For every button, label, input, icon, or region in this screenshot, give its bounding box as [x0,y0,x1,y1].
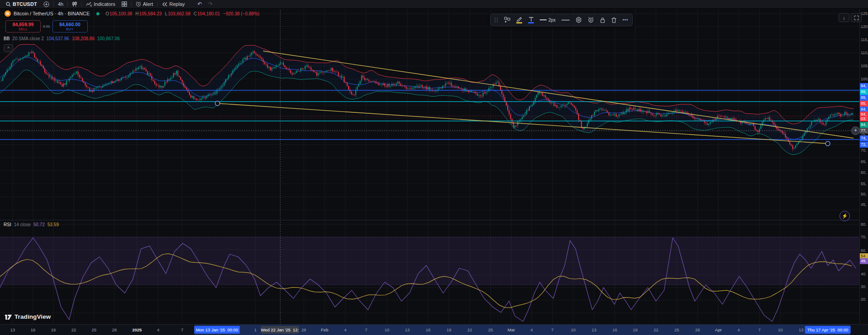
style-template-button[interactable] [504,17,510,23]
time-tick: 28 [112,325,117,335]
time-tick: 4 [157,325,159,335]
time-tick: 7 [551,325,553,335]
indicators-label: Indicators [94,1,115,7]
time-tick: 2025 [132,325,142,335]
time-scale[interactable]: 131619222528202547128Feb47101316192225Ma… [0,324,868,335]
logo-text: TradingView [14,313,51,320]
time-tick: 10 [778,325,783,335]
fullscreen-button[interactable] [851,13,862,22]
sell-button[interactable]: 84,659.99 SELL [5,20,41,33]
order-widget: 84,659.99 SELL 0.01 84,660.00 BUY [5,20,88,33]
time-tick: 13 [799,325,804,335]
time-tick: 10 [385,325,390,335]
low-label: L [165,11,168,16]
symbol-title[interactable]: Bitcoin / TetherUS · 4h · BINANCE [14,11,90,16]
search-icon [6,2,11,7]
price-scale[interactable]: 125,120,115,110,105,100,75,70,65,60,55,5… [859,8,868,324]
time-tick: 1 [254,325,256,335]
bitcoin-logo-icon: B [5,10,11,17]
chart-canvas [0,0,868,335]
ohlc-values: O105,100.38 H105,584.23 L103,662.58 C104… [106,11,259,16]
price-label: 70, [861,148,868,153]
tradingview-mark-icon [5,313,12,320]
spread-value: 0.01 [41,24,52,28]
price-badge: 89, [860,89,868,95]
price-label: 100, [861,77,868,81]
price-label: 70. [861,235,868,239]
time-tick: 4 [344,325,346,335]
price-label: 115, [861,37,868,42]
layout-grid-icon [122,1,127,7]
price-label: 110, [861,51,868,55]
replay-label: Replay [170,1,185,7]
indicators-button[interactable]: Indicators [83,0,118,8]
compare-add-button[interactable] [40,0,52,8]
replay-icon [162,2,168,7]
line-thickness-button[interactable]: 2px [540,18,556,23]
price-badge: 77, [860,128,868,134]
redo-button[interactable]: ↷ [205,0,216,8]
download-image-button[interactable]: ↓ [839,13,849,22]
settings-button[interactable] [576,17,582,23]
top-toolbar: BTCUSDT 4h Indicators Alert Replay [0,0,868,9]
close-value: 104,180.01 [198,11,220,16]
alert-button[interactable]: Alert [132,0,156,8]
interval-button[interactable]: 4h [55,0,66,8]
more-options-button[interactable]: ••• [623,18,628,22]
line-style-button[interactable] [561,19,570,21]
symbol-search-button[interactable]: BTCUSDT [3,0,40,8]
time-tick: 7 [758,325,760,335]
last-price-badge: 84,03: [860,112,868,121]
toolbar-separator [53,2,54,7]
chevron-up-icon: ^ [7,46,9,51]
pane-separator[interactable] [0,220,868,220]
chart-style-button[interactable] [69,0,80,8]
bb-name: BB [4,36,9,41]
delete-button[interactable] [611,17,617,23]
rsi-indicator-legend[interactable]: RSI 14 close 50.72 53.59 [4,222,59,227]
time-tick: 25 [92,325,97,335]
symbol-name: BTCUSDT [13,1,37,7]
legend-collapse-button[interactable]: ^ [4,44,13,52]
pencil-icon [516,17,522,22]
boost-button[interactable]: ⚡ [840,211,850,221]
time-tick: 13 [10,325,15,335]
bb-indicator-legend[interactable]: BB 20 SMA close 2 104,537.96 108,208.86 … [4,36,120,41]
tradingview-logo[interactable]: TradingView [5,313,51,320]
price-badge: 49. [860,258,868,264]
replay-button[interactable]: Replay [159,0,188,8]
rsi-params: 14 close [14,222,31,227]
ellipsis-icon: ••• [623,18,628,22]
line-color-button[interactable] [516,17,522,23]
bb-basis-value: 104,537.96 [47,36,69,41]
line-style-icon [561,19,570,21]
undo-button[interactable]: ↶ [194,0,205,8]
time-tick: 28 [695,325,700,335]
drawing-toolbar: 2px ••• [490,14,633,26]
time-tick: 25 [675,325,679,335]
buy-button[interactable]: 84,660.00 BUY [52,20,88,33]
layout-templates-button[interactable] [118,0,130,8]
thickness-label: 2px [548,18,556,23]
lightning-icon: ⚡ [842,213,848,219]
time-tick: 19 [447,325,452,335]
lock-icon [600,17,605,23]
trash-icon [611,17,617,23]
download-icon: ↓ [843,15,845,20]
price-badge: 72, [860,142,868,148]
buy-price: 84,660.00 [59,22,80,27]
time-tick: 25 [488,325,493,335]
toolbar-drag-handle[interactable] [495,18,498,22]
text-color-swatch [528,22,534,23]
fullscreen-icon [854,15,859,20]
price-label: 20. [861,297,868,302]
sell-label: SELL [19,28,28,31]
market-status-icon[interactable] [96,12,99,15]
time-tick: Feb [321,325,328,335]
alarm-clock-icon [136,1,141,7]
price-label: 80. [861,222,868,227]
text-color-button[interactable] [528,17,534,23]
add-alert-plus-button[interactable]: + [851,126,860,135]
add-alert-button[interactable] [588,17,594,23]
lock-button[interactable] [600,17,605,23]
